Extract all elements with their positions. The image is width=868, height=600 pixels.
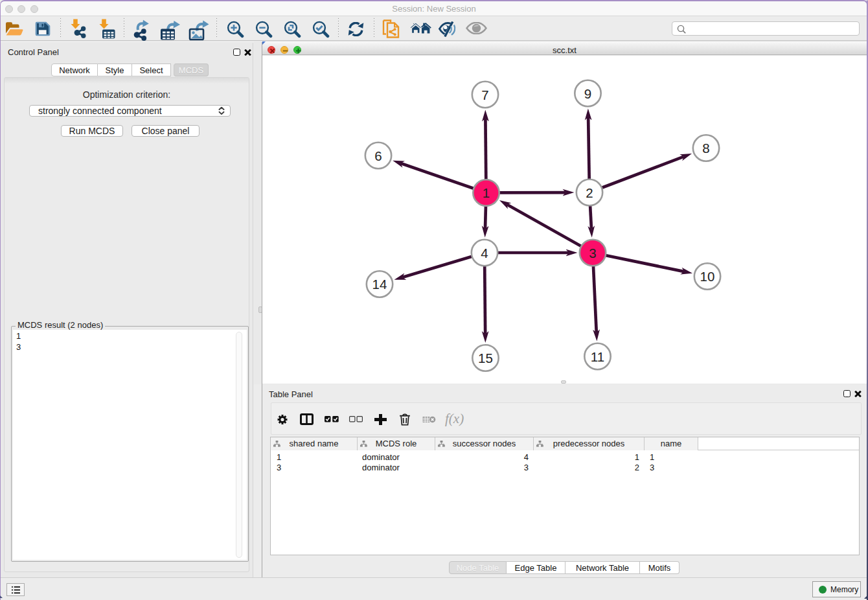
svg-text:7: 7: [481, 87, 488, 102]
svg-text:4: 4: [481, 246, 488, 260]
svg-text:2: 2: [586, 185, 593, 200]
svg-text:9: 9: [584, 86, 591, 101]
svg-text:8: 8: [702, 141, 709, 156]
svg-text:10: 10: [700, 269, 715, 284]
svg-text:11: 11: [591, 349, 604, 364]
svg-text:15: 15: [478, 351, 493, 365]
svg-text:14: 14: [372, 277, 387, 292]
svg-text:3: 3: [589, 246, 596, 260]
svg-text:1: 1: [483, 185, 490, 200]
svg-text:6: 6: [374, 148, 382, 163]
